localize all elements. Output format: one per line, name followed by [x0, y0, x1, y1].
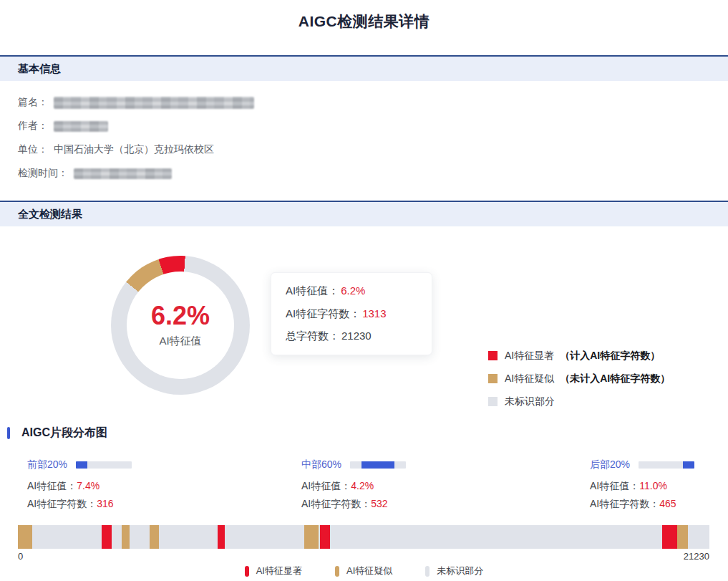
page-title: AIGC检测结果详情 [0, 0, 728, 36]
stat-line-ai-value: AI特征值：4.2% [301, 477, 590, 495]
part-name: 后部20% [590, 458, 630, 471]
redacted-value [54, 121, 108, 132]
stat-value: 532 [371, 498, 387, 509]
stat-head: 中部60% [301, 459, 590, 471]
card-label: AI特征值： [286, 284, 339, 297]
legend-label: AI特征显著 [505, 350, 554, 362]
distribution-segment [122, 525, 130, 549]
stat-head: 前部20% [27, 459, 301, 471]
stat-line-ai-chars: AI特征字符数：532 [301, 495, 590, 513]
basic-info-section: 篇名： 作者： 单位： 中国石油大学（北京）克拉玛依校区 检测时间： [0, 81, 728, 201]
legend-label: AI特征显著 [256, 565, 302, 577]
card-row-total-chars: 总字符数：21230 [286, 330, 417, 343]
donut-chart: 6.2% AI特征值 [111, 256, 250, 395]
distribution-chart: 0 21230 [18, 525, 709, 562]
card-label: AI特征字符数： [286, 307, 360, 320]
info-row-detect-time: 检测时间： [18, 166, 710, 181]
legend-pill-tan [335, 566, 339, 577]
section-header-fulltext-result: 全文检测结果 [0, 201, 728, 226]
card-row-ai-chars: AI特征字符数：1313 [286, 307, 417, 321]
fragment-stats: 前部20% AI特征值：7.4% AI特征字符数：316 中部60% AI特征值… [0, 459, 728, 513]
legend-label: AI特征疑似 [505, 373, 554, 385]
position-minibar [639, 461, 694, 469]
distribution-segment [102, 525, 112, 549]
legend-swatch-gray [488, 397, 498, 406]
distribution-segment [320, 525, 330, 549]
minibar-fill [361, 461, 395, 469]
field-value: 中国石油大学（北京）克拉玛依校区 [54, 143, 214, 156]
redacted-value [74, 168, 172, 179]
distribution-segment [304, 525, 319, 549]
stat-line-ai-value: AI特征值：11.0% [590, 477, 728, 495]
legend-item-ai-significant[interactable]: AI特征显著 [245, 565, 302, 577]
stat-value: 11.0% [639, 480, 667, 491]
redacted-value [54, 97, 254, 109]
blue-marker-bar [7, 427, 10, 439]
distribution-strip [18, 525, 709, 549]
part-name: 中部60% [301, 458, 341, 471]
field-label: 篇名： [18, 96, 48, 109]
donut-center: 6.2% AI特征值 [127, 272, 234, 379]
legend-label: AI特征疑似 [346, 565, 392, 577]
stat-value: 465 [659, 498, 676, 509]
legend-label: 未标识部分 [505, 395, 555, 408]
fulltext-result-section: 6.2% AI特征值 AI特征值：6.2% AI特征字符数：1313 总字符数：… [0, 226, 728, 426]
legend-label: 未标识部分 [437, 565, 483, 577]
info-row-unit: 单位： 中国石油大学（北京）克拉玛依校区 [18, 143, 710, 157]
legend-item-ai-significant[interactable]: AI特征显著 （计入AI特征字符数） [488, 351, 670, 360]
stat-col-middle: 中部60% AI特征值：4.2% AI特征字符数：532 [301, 459, 590, 513]
legend-note: （未计入AI特征字符数） [560, 373, 670, 385]
distribution-segment [677, 525, 688, 549]
stat-value: 316 [97, 498, 113, 509]
legend-note: （计入AI特征字符数） [560, 350, 660, 362]
section-title: 全文检测结果 [18, 208, 82, 221]
stat-value: 7.4% [77, 480, 100, 491]
legend-item-ai-suspected[interactable]: AI特征疑似 [335, 565, 392, 577]
distribution-segment [662, 525, 677, 549]
card-value: 21230 [341, 330, 372, 342]
fragments-title: AIGC片段分布图 [21, 426, 107, 441]
distribution-segment [150, 525, 160, 549]
info-row-title: 篇名： [18, 95, 710, 110]
card-value: 1313 [362, 307, 386, 320]
stat-line-ai-value: AI特征值：7.4% [27, 477, 301, 495]
axis-end-label: 21230 [684, 551, 709, 562]
distribution-legend: AI特征显著 AI特征疑似 未标识部分 [0, 565, 728, 577]
section-header-basic-info: 基本信息 [0, 55, 728, 81]
card-value: 6.2% [341, 284, 365, 297]
card-row-ai-value: AI特征值：6.2% [286, 284, 417, 298]
legend-pill-gray [425, 566, 429, 577]
info-row-author: 作者： [18, 119, 710, 133]
stat-line-ai-chars: AI特征字符数：465 [590, 495, 728, 513]
distribution-segment [18, 525, 32, 549]
part-name: 前部20% [27, 458, 67, 471]
distribution-axis: 0 21230 [18, 551, 709, 562]
fragments-section-header: AIGC片段分布图 [0, 426, 728, 440]
legend-item-unmarked[interactable]: 未标识部分 [488, 397, 670, 406]
stat-col-rear: 后部20% AI特征值：11.0% AI特征字符数：465 [590, 459, 728, 513]
stat-line-ai-chars: AI特征字符数：316 [27, 495, 301, 513]
stat-label: AI特征字符数： [27, 498, 97, 509]
summary-card: AI特征值：6.2% AI特征字符数：1313 总字符数：21230 [271, 272, 432, 355]
stat-head: 后部20% [590, 459, 728, 471]
donut-center-value: 6.2% [151, 302, 210, 330]
position-minibar [76, 461, 132, 469]
legend-item-unmarked[interactable]: 未标识部分 [425, 565, 483, 577]
minibar-fill [76, 461, 87, 469]
donut-center-caption: AI特征值 [159, 335, 201, 348]
position-minibar [350, 461, 406, 469]
legend-swatch-red [488, 351, 498, 360]
minibar-fill [683, 461, 694, 469]
field-label: 检测时间： [18, 167, 68, 180]
distribution-segment [218, 525, 225, 549]
stat-label: AI特征值： [27, 480, 77, 491]
stat-label: AI特征字符数： [590, 498, 659, 509]
legend-pill-red [245, 566, 249, 577]
section-title: 基本信息 [18, 62, 61, 76]
aigc-report-page: AIGC检测结果详情 基本信息 篇名： 作者： 单位： 中国石油大学（北京）克拉… [0, 0, 728, 581]
stat-value: 4.2% [351, 480, 374, 491]
card-label: 总字符数： [286, 330, 339, 342]
legend-item-ai-suspected[interactable]: AI特征疑似 （未计入AI特征字符数） [488, 374, 670, 383]
donut-legend: AI特征显著 （计入AI特征字符数） AI特征疑似 （未计入AI特征字符数） 未… [488, 351, 670, 420]
legend-swatch-tan [488, 374, 498, 383]
